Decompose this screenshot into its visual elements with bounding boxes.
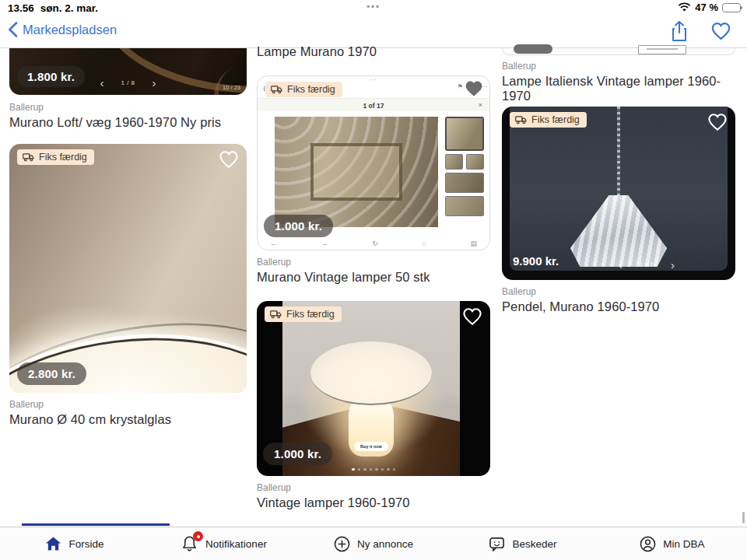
- listing-location: Ballerup: [9, 102, 44, 113]
- fiks-faerdig-badge: Fiks færdig: [17, 149, 94, 165]
- fiks-faerdig-label: Fiks færdig: [531, 114, 580, 125]
- buy-button-cropped[interactable]: [638, 45, 686, 54]
- carousel-next[interactable]: ›: [153, 77, 156, 89]
- price-label: 9.900 kr.: [513, 254, 559, 268]
- tab-label: Forside: [68, 538, 103, 550]
- price-badge: 1.000 kr.: [263, 443, 332, 465]
- fiks-faerdig-badge: Fiks færdig: [265, 306, 342, 322]
- heart-icon[interactable]: [707, 113, 728, 131]
- inner-browser-toolbar: ← → ↻ ⌂ ▤: [258, 240, 489, 247]
- active-tab-indicator: [22, 523, 170, 526]
- listing-image-lampe-italiensk[interactable]: [502, 48, 735, 55]
- person-circle-icon: [640, 536, 656, 552]
- listing-title[interactable]: Murano Ø 40 cm krystalglas: [9, 412, 171, 427]
- share-icon[interactable]: [670, 20, 689, 42]
- battery-percent: 47 %: [695, 2, 718, 13]
- back-button[interactable]: Markedspladsen: [8, 22, 117, 37]
- heart-icon[interactable]: [462, 307, 482, 326]
- tab-notifikationer[interactable]: Notifikationer: [149, 527, 299, 560]
- listing-title[interactable]: Pendel, Murano 1960-1970: [502, 299, 659, 314]
- glass-lamp-frame: [310, 143, 402, 201]
- notification-badge: [193, 531, 203, 541]
- status-bar: 13.56søn. 2. mar. ••• 47 %: [0, 0, 747, 16]
- lamp-dome: [310, 341, 432, 405]
- chat-bubble-icon: [489, 536, 505, 552]
- inner-more-icon: ···: [482, 83, 488, 90]
- listing-title[interactable]: Murano Loft/ væg 1960-1970 Ny pris: [9, 115, 221, 130]
- listing-location: Ballerup: [257, 257, 291, 268]
- fiks-faerdig-badge: Fiks færdig: [265, 82, 342, 97]
- listing-image-pendel-murano[interactable]: Fiks færdig 9.900 kr. ‹ 1 / 7 ›: [502, 107, 735, 280]
- result-index: 10 / 23: [223, 84, 240, 91]
- listing-title[interactable]: Murano Vintage lamper 50 stk: [257, 270, 430, 285]
- tab-bar: Forside Notifikationer Ny annonce: [0, 527, 747, 560]
- inner-main-photo: [275, 117, 438, 227]
- inner-forward-icon: →: [321, 240, 328, 247]
- back-chevron-icon: [8, 22, 18, 37]
- tab-forside[interactable]: Forside: [0, 527, 149, 560]
- listing-title[interactable]: Lampe Murano 1970: [257, 44, 377, 59]
- nav-bar: Markedspladsen: [0, 16, 747, 48]
- wifi-icon: [678, 2, 691, 12]
- marketplace-screen: 13.56søn. 2. mar. ••• 47 % Markedspladse…: [0, 0, 747, 560]
- price-badge: 1.000 kr.: [264, 215, 333, 237]
- scrollbar[interactable]: [742, 512, 745, 523]
- listing-title[interactable]: Lampe Italiensk Vintage lamper 1960-1970: [502, 74, 747, 103]
- listing-location: Ballerup: [9, 399, 44, 410]
- tab-beskeder[interactable]: Beskeder: [448, 527, 598, 560]
- tab-label: Min DBA: [663, 538, 704, 550]
- date: søn. 2. mar.: [40, 2, 98, 14]
- thumbnail: [445, 173, 484, 193]
- fiks-faerdig-label: Fiks færdig: [286, 309, 335, 320]
- home-icon: [45, 536, 61, 551]
- listing-image-murano-loft[interactable]: 1.800 kr. ‹ 1 / 8 › 10 / 23: [9, 48, 247, 95]
- carousel-dots: [352, 468, 395, 471]
- thumbnail: [445, 117, 484, 151]
- truck-icon: [515, 115, 527, 124]
- inner-back-icon: ←: [270, 240, 277, 247]
- price-badge-cropped: [514, 44, 552, 54]
- listing-image-murano-krystalglas[interactable]: Fiks færdig 2.800 kr.: [9, 144, 247, 393]
- listing-title[interactable]: Vintage lamper 1960-1970: [257, 495, 410, 510]
- fiks-faerdig-label: Fiks færdig: [39, 152, 87, 163]
- fiks-faerdig-badge: Fiks færdig: [510, 112, 587, 128]
- listing-image-murano-50stk[interactable]: ··· DEUTSCH DANSK lutter 1 of 17 ×: [257, 75, 490, 250]
- heart-icon[interactable]: [219, 150, 239, 169]
- listing-image-vintage-lamper[interactable]: Buy it now Fiks færdig 1.000 kr.: [257, 301, 490, 476]
- photo-panel: [510, 107, 728, 271]
- image-carousel: ‹ 1 / 8 ›: [100, 77, 156, 89]
- inner-bookmark-icon: ⚑: [458, 83, 463, 90]
- tab-label: Beskeder: [512, 538, 556, 550]
- tab-min-dba[interactable]: Min DBA: [598, 527, 747, 560]
- heart-icon[interactable]: [465, 80, 483, 97]
- inner-thumbnails: [445, 117, 484, 216]
- carousel-next[interactable]: ›: [671, 259, 675, 271]
- fiks-faerdig-label: Fiks færdig: [287, 84, 335, 95]
- inner-tabs-icon: ▤: [470, 240, 477, 247]
- favorites-heart-icon[interactable]: [710, 22, 731, 40]
- inner-photo-counter-bar: 1 of 17 ×: [258, 98, 489, 111]
- carousel-prev[interactable]: ‹: [619, 259, 622, 271]
- price-badge: 1.800 kr.: [17, 66, 85, 87]
- status-time-date: 13.56søn. 2. mar.: [8, 2, 98, 14]
- carousel-prev[interactable]: ‹: [100, 77, 103, 89]
- battery-icon: [722, 3, 741, 12]
- glass-shade: [570, 195, 667, 267]
- back-label: Markedspladsen: [23, 23, 117, 37]
- thumbnail: [445, 196, 484, 216]
- tab-label: Notifikationer: [205, 538, 267, 550]
- multitask-handle[interactable]: •••: [366, 2, 381, 11]
- tab-label: Ny annonce: [357, 538, 413, 550]
- inner-close-icon: ×: [479, 101, 482, 109]
- listing-location: Ballerup: [502, 286, 536, 297]
- truck-icon: [271, 85, 282, 94]
- thumbnail: [445, 154, 463, 170]
- buy-it-now-button[interactable]: Buy it now: [354, 442, 388, 451]
- thumbnail: [466, 154, 484, 170]
- tab-ny-annonce[interactable]: Ny annonce: [299, 527, 448, 560]
- truck-icon: [23, 152, 34, 162]
- listing-location: Ballerup: [502, 61, 536, 72]
- listing-location: Ballerup: [257, 482, 291, 493]
- inner-reload-icon: ↻: [372, 240, 378, 247]
- carousel-count: 1 / 7: [640, 261, 654, 268]
